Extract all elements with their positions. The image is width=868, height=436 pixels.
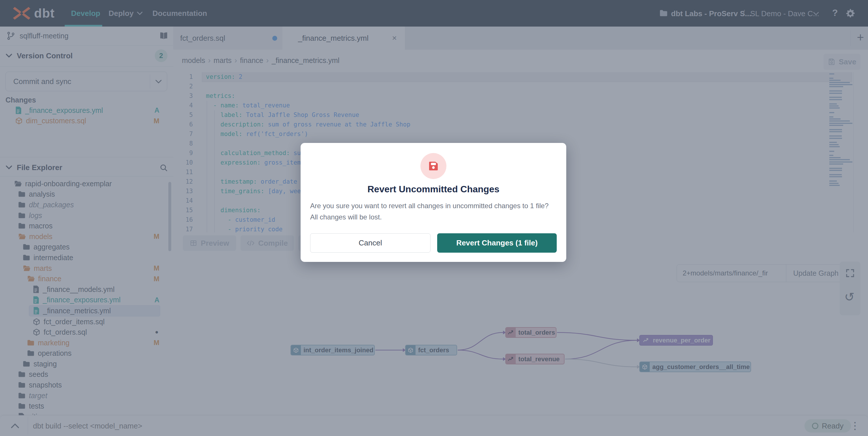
- modal-title: Revert Uncommitted Changes: [301, 184, 566, 195]
- modal-body-text: Are you sure you want to revert all chan…: [310, 200, 557, 223]
- dbt-cloud-ide: dbt Develop Deploy Documentation dbt Lab…: [0, 0, 868, 436]
- revert-changes-button[interactable]: Revert Changes (1 file): [437, 233, 557, 253]
- revert-save-icon: [428, 160, 439, 172]
- cancel-button[interactable]: Cancel: [310, 233, 431, 253]
- revert-changes-modal: Revert Uncommitted Changes Are you sure …: [301, 143, 566, 262]
- warning-icon-circle: [421, 153, 446, 179]
